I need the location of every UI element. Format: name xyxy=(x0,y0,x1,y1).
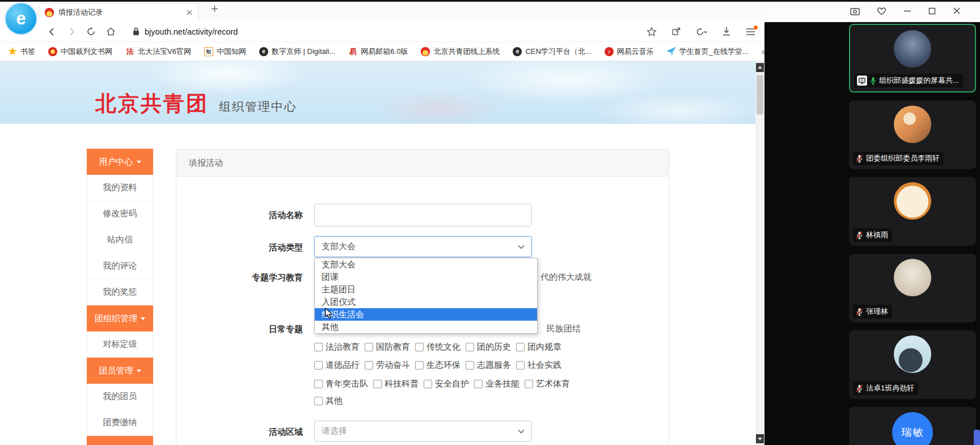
bookmark-item[interactable]: 易 网易邮箱6.0版 xyxy=(348,47,408,57)
checkbox-item[interactable]: 志愿服务 xyxy=(466,360,511,371)
bookmark-item[interactable]: ♪ 网易云音乐 xyxy=(605,47,654,57)
checkbox-item[interactable]: 青年突击队 xyxy=(314,379,368,389)
page-scrollbar[interactable] xyxy=(755,61,764,445)
scroll-up-arrow[interactable] xyxy=(756,63,764,72)
browser-logo[interactable]: e xyxy=(5,2,37,35)
checkbox-item[interactable]: 传统文化 xyxy=(415,342,461,352)
back-icon[interactable] xyxy=(48,27,57,36)
law-favicon-icon: 法 xyxy=(125,47,134,56)
checkbox[interactable] xyxy=(365,361,373,370)
bookmark-item[interactable]: 知 中国知网 xyxy=(204,47,246,57)
address-bar[interactable]: bjyouth.net/activity/record xyxy=(133,27,238,36)
close-icon[interactable] xyxy=(953,7,961,15)
bookmark-item[interactable]: 北京共青团线上系统 xyxy=(421,47,500,57)
menu-icon[interactable] xyxy=(746,28,755,36)
checkbox-item[interactable]: 安全自护 xyxy=(424,379,469,389)
region-select[interactable]: 请选择 xyxy=(314,421,532,442)
sidebar-item-my-comments[interactable]: 我的评论 xyxy=(87,253,153,279)
bookmark-star-icon[interactable] xyxy=(647,27,657,37)
download-icon[interactable] xyxy=(722,27,731,36)
checkbox[interactable] xyxy=(466,361,474,370)
checkbox[interactable] xyxy=(373,380,382,388)
checkbox-item[interactable]: 团内规章 xyxy=(516,342,561,352)
sync-dropdown-icon[interactable] xyxy=(696,27,707,36)
checkbox[interactable] xyxy=(415,343,424,351)
bookmark-item[interactable]: 中国裁判文书网 xyxy=(48,47,112,57)
checkbox[interactable] xyxy=(314,361,323,370)
scrollbar-thumb[interactable] xyxy=(757,75,763,115)
sidebar-item-benchmark-rating[interactable]: 对标定级 xyxy=(87,331,153,358)
sidebar-item-change-password[interactable]: 修改密码 xyxy=(87,201,153,227)
sidebar-item-user-center[interactable]: 用户中心 xyxy=(87,149,153,175)
checkbox-item[interactable]: 国防教育 xyxy=(365,342,410,352)
checkbox[interactable] xyxy=(314,397,323,405)
sidebar-item-member-management[interactable]: 团员管理 xyxy=(87,358,153,384)
checkbox[interactable] xyxy=(424,380,432,388)
new-tab-button[interactable] xyxy=(211,5,218,12)
bookmark-item[interactable]: e 数字京师 | Digitali... xyxy=(259,47,335,57)
browser-tab[interactable]: 填报活动记录 xyxy=(39,3,198,22)
dropdown-option[interactable]: 其他 xyxy=(315,321,537,333)
checkbox-item[interactable]: 生态环保 xyxy=(415,360,461,371)
bookmark-item[interactable]: 书签 xyxy=(8,47,35,57)
forward-icon[interactable] xyxy=(67,27,76,36)
bookmark-item[interactable]: 学生首页_在线学堂... xyxy=(667,47,749,57)
participant-tile[interactable]: 张瑾林 xyxy=(849,254,976,322)
capture-icon[interactable] xyxy=(850,7,860,15)
bookmark-item[interactable]: e CEN学习平台（北... xyxy=(513,47,591,57)
checkbox[interactable] xyxy=(525,380,533,388)
participant-tile[interactable]: 瑞敏 xyxy=(849,407,976,445)
share-icon[interactable] xyxy=(671,27,681,36)
checkbox-item[interactable]: 团的历史 xyxy=(466,342,511,352)
activity-name-input[interactable] xyxy=(314,204,532,226)
dropdown-option[interactable]: 入团仪式 xyxy=(315,296,537,308)
sidebar-item-org-management[interactable]: 团组织管理 xyxy=(87,305,153,331)
scroll-down-arrow[interactable] xyxy=(756,434,764,443)
checkbox-item[interactable]: 艺术体育 xyxy=(525,379,570,389)
checkbox-item[interactable]: 道德品行 xyxy=(314,360,360,371)
bookmark-label: CEN学习平台（北... xyxy=(525,47,591,57)
sidebar-item-next-section-clipped[interactable] xyxy=(87,436,153,445)
toolbar-right-icons xyxy=(647,27,764,37)
dropdown-option[interactable]: 主题团日 xyxy=(315,283,537,296)
minimize-icon[interactable] xyxy=(903,7,911,15)
reload-icon[interactable] xyxy=(86,27,96,36)
maximize-icon[interactable] xyxy=(928,7,936,15)
activity-type-select[interactable]: 支部大会 xyxy=(314,236,532,257)
checkbox-item[interactable]: 科技科普 xyxy=(373,379,419,389)
checkbox-item[interactable]: 其他 xyxy=(314,396,343,406)
checkbox-item[interactable]: 劳动奋斗 xyxy=(365,360,410,371)
avatar-text: 瑞敏 xyxy=(901,425,924,440)
sidebar-item-membership-dues[interactable]: 团费缴纳 xyxy=(87,410,153,436)
meeting-scrollbar-thumb[interactable] xyxy=(974,430,980,445)
participant-tile-sharing[interactable]: 组织部盛媛媛的屏幕共... xyxy=(849,24,976,93)
sidebar-item-my-profile[interactable]: 我的资料 xyxy=(87,175,153,201)
checkbox-item[interactable]: 业务技能 xyxy=(474,379,519,389)
sidebar-item-my-rewards[interactable]: 我的奖惩 xyxy=(87,279,153,305)
checkbox[interactable] xyxy=(466,343,474,351)
star-favicon-icon xyxy=(8,47,17,56)
participant-tile[interactable]: 团委组织部委员李雨轩 xyxy=(849,100,976,169)
activity-form-panel: 填报活动 活动名称 活动类型 支部大会 专题学习教育 代的伟大成就 日常专题 民… xyxy=(176,149,669,445)
checkbox[interactable] xyxy=(365,343,373,351)
checkbox[interactable] xyxy=(474,380,483,388)
dropdown-option-highlighted[interactable]: 组织生活会 xyxy=(315,308,537,321)
home-icon[interactable] xyxy=(106,27,116,36)
bookmark-item[interactable]: 法 北大法宝V6官网 xyxy=(125,47,191,57)
sidebar-item-my-members[interactable]: 我的团员 xyxy=(87,384,153,410)
checkbox[interactable] xyxy=(516,343,525,351)
tab-close-icon[interactable] xyxy=(187,10,192,15)
participant-tile[interactable]: 林禛雨 xyxy=(849,177,976,246)
mic-muted-icon xyxy=(856,154,863,163)
participant-tile[interactable]: 法卓1班冉劲轩 xyxy=(849,330,976,399)
sidebar-item-site-mail[interactable]: 站内信 xyxy=(87,227,153,253)
checkbox[interactable] xyxy=(415,361,424,370)
checkbox[interactable] xyxy=(314,380,323,388)
checkbox[interactable] xyxy=(516,361,525,370)
checkbox-item[interactable]: 法治教育 xyxy=(314,342,360,352)
dropdown-option[interactable]: 团课 xyxy=(315,271,537,283)
checkbox-item[interactable]: 社会实践 xyxy=(516,360,561,371)
checkbox[interactable] xyxy=(314,343,323,351)
dropdown-option[interactable]: 支部大会 xyxy=(315,258,537,271)
heart-icon[interactable] xyxy=(877,7,886,15)
